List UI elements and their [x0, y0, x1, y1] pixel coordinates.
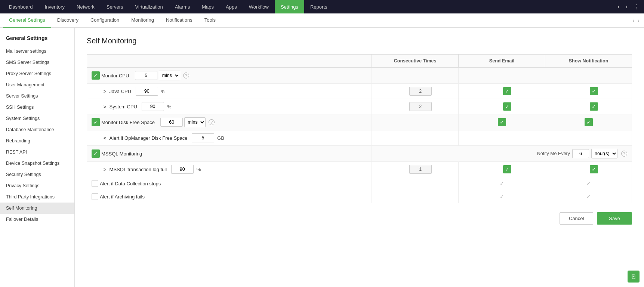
alert-data-collection-show-notification-check[interactable]: ✓ — [586, 180, 591, 186]
action-buttons: Cancel Save — [87, 212, 632, 225]
subnav-configuration[interactable]: Configuration — [84, 13, 125, 28]
alert-archiving-checkbox[interactable] — [92, 193, 98, 200]
alert-archiving-label: Alert if Archiving fails — [100, 194, 145, 200]
sub-navigation: General Settings Discovery Configuration… — [0, 13, 644, 28]
top-navigation: Dashboard Inventory Network Servers Virt… — [0, 0, 644, 13]
nav-back-icon[interactable]: ‹ — [616, 3, 621, 10]
cancel-button[interactable]: Cancel — [560, 212, 593, 225]
subnav-forward-arrow[interactable]: › — [636, 17, 641, 24]
mssql-transaction-send-email-check[interactable]: ✓ — [503, 165, 511, 173]
alert-archiving-show-notification-check[interactable]: ✓ — [586, 194, 591, 200]
nav-settings[interactable]: Settings — [275, 0, 304, 13]
nav-servers[interactable]: Servers — [101, 0, 129, 13]
mssql-help-icon[interactable]: ? — [621, 151, 627, 157]
subnav-monitoring[interactable]: Monitoring — [125, 13, 160, 28]
java-cpu-consecutive-input[interactable] — [409, 87, 432, 96]
sidebar-item-failover-details[interactable]: Failover Details — [0, 214, 74, 225]
col-send-email: Send Email — [459, 55, 545, 68]
nav-workflow[interactable]: Workflow — [243, 0, 275, 13]
sidebar-item-proxy-server[interactable]: Proxy Server Settings — [0, 68, 74, 79]
monitor-cpu-help-icon[interactable]: ? — [183, 72, 189, 78]
system-cpu-consecutive-input[interactable] — [409, 102, 432, 111]
sidebar-item-server-settings[interactable]: Server Settings — [0, 90, 74, 102]
monitor-disk-show-notification-check[interactable]: ✓ — [585, 118, 593, 126]
mssql-label: MSSQL Monitoring — [101, 151, 142, 157]
nav-maps[interactable]: Maps — [196, 0, 220, 13]
mssql-transaction-value-input[interactable] — [171, 165, 194, 174]
main-content: Self Monitoring Consecutive Times Send E… — [75, 28, 644, 287]
system-cpu-show-notification-check[interactable]: ✓ — [590, 102, 598, 111]
system-cpu-value-input[interactable] — [142, 102, 164, 111]
sidebar-item-self-monitoring[interactable]: Self Monitoring — [0, 203, 74, 214]
monitor-disk-help-icon[interactable]: ? — [209, 119, 215, 125]
main-layout: General Settings Mail server settings SM… — [0, 28, 644, 287]
sidebar-item-security-settings[interactable]: Security Settings — [0, 169, 74, 180]
sidebar-item-rest-api[interactable]: REST API — [0, 146, 74, 158]
mssql-transaction-show-notification-check[interactable]: ✓ — [590, 165, 598, 173]
mssql-notify-row: Notify Me Every hour(s) ? — [376, 149, 627, 158]
alert-disk-value-input[interactable] — [192, 133, 214, 142]
nav-reports[interactable]: Reports — [304, 0, 333, 13]
alert-data-collection-label: Alert if Data Collection stops — [100, 181, 161, 186]
subnav-discovery[interactable]: Discovery — [51, 13, 84, 28]
alert-disk-send-email — [459, 130, 545, 146]
monitor-disk-interval-input[interactable] — [160, 118, 183, 127]
monitor-disk-label: Monitor Disk Free Space — [101, 120, 155, 125]
row-alert-archiving: Alert if Archiving fails ✓ ✓ — [87, 190, 632, 203]
mssql-checkbox[interactable]: ✓ — [92, 149, 100, 158]
sidebar-item-system-settings[interactable]: System Settings — [0, 113, 74, 124]
nav-forward-icon[interactable]: › — [624, 3, 629, 10]
bottom-right-action-icon[interactable]: ⎘ — [628, 271, 640, 283]
self-monitoring-table: Consecutive Times Send Email Show Notifi… — [87, 54, 632, 203]
monitor-disk-send-email-check[interactable]: ✓ — [498, 118, 506, 126]
monitor-disk-checkbox[interactable]: ✓ — [92, 118, 100, 126]
nav-alarms[interactable]: Alarms — [169, 0, 196, 13]
sidebar-item-privacy-settings[interactable]: Privacy Settings — [0, 180, 74, 191]
row-java-cpu: > Java CPU % ✓ ✓ — [87, 84, 632, 99]
monitor-disk-interval-unit-select[interactable]: mins — [184, 117, 206, 127]
sidebar-item-mail-server[interactable]: Mail server settings — [0, 46, 74, 57]
nav-virtualization[interactable]: Virtualization — [129, 0, 169, 13]
nav-dashboard[interactable]: Dashboard — [3, 0, 39, 13]
row-mssql-transaction: > MSSQL transaction log full % ✓ — [87, 162, 632, 177]
java-cpu-show-notification-check[interactable]: ✓ — [590, 87, 598, 95]
sidebar-title: General Settings — [0, 32, 74, 46]
sidebar-item-user-management[interactable]: User Management — [0, 79, 74, 90]
alert-disk-unit: GB — [217, 135, 224, 141]
nav-more-icon[interactable]: ⋮ — [632, 3, 641, 10]
nav-inventory[interactable]: Inventory — [39, 0, 71, 13]
alert-data-collection-checkbox[interactable] — [92, 180, 98, 187]
subnav-back-arrow[interactable]: ‹ — [631, 17, 636, 24]
monitor-cpu-interval-input[interactable] — [135, 71, 157, 80]
nav-apps[interactable]: Apps — [220, 0, 243, 13]
nav-network[interactable]: Network — [71, 0, 101, 13]
subnav-general-settings[interactable]: General Settings — [3, 13, 51, 28]
sidebar-item-sms-server[interactable]: SMS Server Settings — [0, 57, 74, 68]
system-cpu-send-email-check[interactable]: ✓ — [503, 102, 511, 111]
subnav-tools[interactable]: Tools — [198, 13, 222, 28]
section-monitor-disk: ✓ Monitor Disk Free Space mins ? ✓ — [87, 114, 632, 130]
system-cpu-operator: > — [104, 104, 107, 109]
row-system-cpu: > System CPU % ✓ ✓ — [87, 99, 632, 114]
sidebar-item-database-maintenance[interactable]: Database Maintenance — [0, 124, 74, 135]
alert-data-collection-send-email-check[interactable]: ✓ — [500, 180, 504, 186]
sidebar-item-ssh-settings[interactable]: SSH Settings — [0, 102, 74, 113]
alert-archiving-send-email-check[interactable]: ✓ — [500, 194, 504, 200]
system-cpu-unit: % — [167, 104, 172, 109]
monitor-cpu-checkbox[interactable]: ✓ — [92, 71, 100, 80]
monitor-cpu-interval-unit-select[interactable]: mins — [159, 71, 180, 80]
mssql-notify-every-input[interactable] — [572, 149, 589, 158]
mssql-notify-unit-select[interactable]: hour(s) — [591, 149, 617, 158]
java-cpu-send-email-check[interactable]: ✓ — [503, 87, 511, 95]
sidebar-item-rebranding[interactable]: Rebranding — [0, 135, 74, 146]
alert-archiving-consecutive — [372, 190, 459, 203]
save-button[interactable]: Save — [597, 212, 632, 225]
sidebar-item-device-snapshot[interactable]: Device Snapshot Settings — [0, 158, 74, 169]
monitor-disk-consecutive — [372, 114, 459, 130]
mssql-transaction-unit: % — [197, 167, 201, 172]
mssql-transaction-consecutive-input[interactable] — [409, 165, 432, 174]
sidebar: General Settings Mail server settings SM… — [0, 28, 75, 287]
sidebar-item-third-party[interactable]: Third Party Integrations — [0, 191, 74, 203]
subnav-notifications[interactable]: Notifications — [160, 13, 198, 28]
java-cpu-value-input[interactable] — [136, 87, 158, 96]
